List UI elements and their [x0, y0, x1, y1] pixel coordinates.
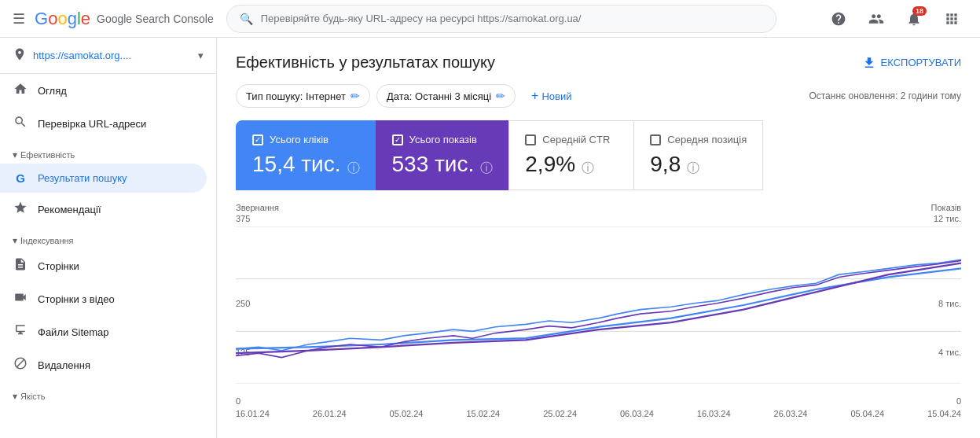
url-search-bar[interactable]: 🔍 Перевіряйте будь-яку URL-адресу на рес…: [226, 5, 776, 33]
chart-svg-container: [236, 226, 961, 384]
sidebar-item-label: Рекомендації: [38, 204, 101, 215]
app-logo: Google Google Search Console: [35, 9, 214, 29]
sidebar-item-label: Сторінки з відео: [38, 293, 115, 305]
date-label: Дата: Останні 3 місяці: [387, 90, 491, 102]
pages-icon: [13, 257, 28, 274]
property-selector[interactable]: https://samokat.org.... ▾: [0, 38, 216, 74]
help-icon: [831, 11, 846, 27]
section-collapse-icon[interactable]: ▾: [13, 149, 17, 160]
x-label-6: 16.03.24: [697, 409, 731, 418]
sidebar-section-effectiveness: ▾ Ефективність: [0, 140, 216, 164]
video-icon: [13, 290, 28, 307]
position-value: 9,8: [650, 152, 681, 177]
ctr-checkbox[interactable]: [525, 134, 536, 145]
sidebar-item-video-pages[interactable]: Сторінки з відео: [0, 282, 207, 315]
x-label-9: 15.04.24: [927, 409, 961, 418]
filter-pills: Тип пошуку: Інтернет ✏ Дата: Останні 3 м…: [236, 84, 582, 108]
x-label-7: 26.03.24: [774, 409, 808, 418]
property-dropdown-icon: ▾: [198, 50, 204, 61]
section-label: Індексування: [20, 236, 74, 245]
download-icon: [862, 56, 876, 70]
sidebar-item-pages[interactable]: Сторінки: [0, 249, 207, 282]
x-label-0: 16.01.24: [236, 409, 270, 418]
section-label: Ефективність: [20, 150, 75, 160]
search-type-label: Тип пошуку: Інтернет: [246, 90, 346, 102]
chart-y-axis-left-label: Звернання: [236, 203, 279, 212]
clicks-info-icon[interactable]: ⓘ: [347, 160, 360, 177]
sidebar-item-label: Файли Sitemap: [38, 326, 109, 338]
metric-card-clicks[interactable]: Усього кліків 15,4 тис. ⓘ: [236, 120, 376, 190]
users-button[interactable]: [861, 3, 892, 35]
sidebar-item-removals[interactable]: Видалення: [0, 348, 207, 381]
section-label: Якість: [20, 392, 45, 401]
sidebar-item-url-check[interactable]: Перевірка URL-адреси: [0, 107, 207, 140]
search-type-filter[interactable]: Тип пошуку: Інтернет ✏: [236, 84, 370, 108]
impressions-value: 533 тис.: [392, 152, 475, 177]
ctr-label: Середній CTR: [542, 134, 610, 145]
sidebar-item-overview[interactable]: Огляд: [0, 74, 207, 107]
section-collapse-icon[interactable]: ▾: [13, 235, 17, 246]
chart-y-right-0: 0: [956, 396, 961, 406]
notifications-button[interactable]: 18: [898, 3, 930, 35]
sidebar-item-sitemap[interactable]: Файли Sitemap: [0, 315, 207, 348]
star-icon: [13, 201, 28, 218]
sitemap-icon: [13, 323, 28, 340]
section-collapse-icon[interactable]: ▾: [13, 391, 17, 402]
chart-x-labels: 16.01.24 26.01.24 05.02.24 15.02.24 25.0…: [236, 406, 961, 418]
metric-card-ctr[interactable]: Середній CTR 2,9% ⓘ: [508, 120, 634, 190]
date-filter[interactable]: Дата: Останні 3 місяці ✏: [376, 84, 516, 108]
impressions-checkbox[interactable]: [392, 134, 403, 145]
metric-card-impressions[interactable]: Усього показів 533 тис. ⓘ: [376, 120, 510, 190]
x-label-5: 06.03.24: [620, 409, 654, 418]
sidebar-section-quality: ▾ Якість: [0, 381, 216, 405]
sidebar-item-recommendations[interactable]: Рекомендації: [0, 193, 207, 226]
search-placeholder: Перевіряйте будь-яку URL-адресу на ресур…: [261, 13, 582, 24]
x-label-8: 05.04.24: [850, 409, 884, 418]
position-info-icon[interactable]: ⓘ: [687, 160, 699, 177]
main-header: Ефективність у результатах пошуку ЕКСПОР…: [217, 38, 980, 84]
clicks-label: Усього кліків: [270, 134, 329, 145]
sidebar-item-label: Огляд: [38, 85, 67, 97]
chart-y-max-right: 12 тис.: [934, 214, 961, 223]
ctr-info-icon[interactable]: ⓘ: [582, 160, 594, 177]
clicks-checkbox[interactable]: [252, 134, 263, 145]
logo-text: Google Search Console: [97, 13, 214, 25]
removals-icon: [13, 356, 28, 374]
sidebar-item-label: Перевірка URL-адреси: [38, 118, 146, 130]
position-checkbox[interactable]: [650, 134, 661, 145]
main-layout: https://samokat.org.... ▾ Огляд Перевірк…: [0, 38, 980, 438]
last-updated: Останнє оновлення: 2 години тому: [809, 90, 961, 101]
menu-icon[interactable]: ☰: [13, 10, 25, 28]
notification-badge: 18: [912, 6, 927, 16]
add-filter-button[interactable]: + Новий: [522, 84, 581, 108]
edit-icon: ✏: [496, 90, 505, 102]
apps-icon: [944, 11, 960, 27]
main-content: Ефективність у результатах пошуку ЕКСПОР…: [217, 38, 980, 438]
page-title: Ефективність у результатах пошуку: [236, 53, 495, 72]
impressions-label: Усього показів: [409, 134, 477, 145]
chart-y-max-left: 375: [236, 214, 279, 223]
chart-y-0: 0: [236, 396, 250, 406]
apps-button[interactable]: [936, 3, 967, 35]
x-label-2: 05.02.24: [390, 409, 424, 418]
edit-icon: ✏: [351, 90, 360, 102]
plus-icon: +: [531, 89, 538, 103]
sidebar-section-indexing: ▾ Індексування: [0, 226, 216, 249]
chart-area: Звернання 375 Показів 12 тис.: [217, 190, 980, 418]
topbar: ☰ Google Google Search Console 🔍 Перевір…: [0, 0, 980, 38]
x-label-3: 15.02.24: [466, 409, 500, 418]
help-button[interactable]: [823, 3, 854, 35]
impressions-info-icon[interactable]: ⓘ: [480, 160, 493, 177]
property-type-icon: [13, 47, 27, 64]
url-check-icon: [13, 115, 28, 132]
export-button[interactable]: ЕКСПОРТУВАТИ: [862, 56, 961, 70]
sidebar: https://samokat.org.... ▾ Огляд Перевірк…: [0, 38, 217, 438]
sidebar-item-label: Видалення: [38, 359, 90, 371]
search-icon: 🔍: [240, 13, 253, 25]
sidebar-item-search-results[interactable]: G Результати пошуку: [0, 164, 207, 193]
metric-cards: Усього кліків 15,4 тис. ⓘ Усього показів…: [217, 120, 980, 190]
topbar-actions: 18: [823, 3, 967, 35]
ctr-value: 2,9%: [525, 152, 575, 177]
metric-card-position[interactable]: Середня позиція 9,8 ⓘ: [633, 120, 763, 190]
home-icon: [13, 82, 28, 99]
